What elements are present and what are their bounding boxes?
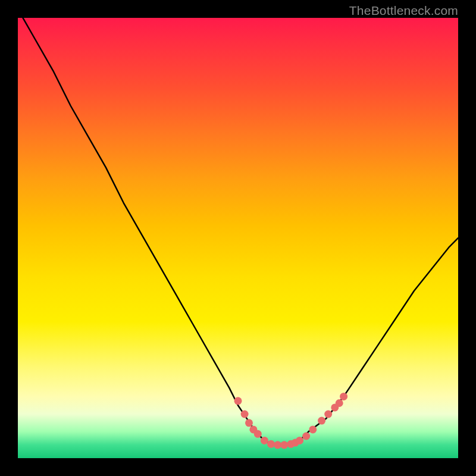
chart-outer-frame: TheBottleneck.com	[0, 0, 476, 476]
data-point-marker	[302, 433, 310, 440]
data-point-marker	[254, 430, 262, 438]
data-point-marker	[324, 411, 332, 418]
data-point-marker	[267, 440, 275, 448]
data-point-marker	[336, 399, 343, 407]
watermark-text: TheBottleneck.com	[349, 4, 458, 18]
data-point-marker	[241, 411, 249, 418]
bottleneck-curve-svg	[18, 18, 458, 458]
data-point-marker	[245, 419, 253, 427]
data-point-marker	[274, 441, 281, 449]
data-point-marker	[318, 417, 325, 425]
plot-area	[18, 18, 458, 458]
data-point-marker	[234, 397, 242, 405]
data-point-marker	[296, 437, 303, 444]
data-point-marker	[340, 393, 347, 400]
data-point-marker	[309, 425, 317, 433]
data-point-marker	[261, 437, 268, 444]
data-point-marker	[280, 441, 288, 449]
bottleneck-curve	[18, 18, 458, 445]
